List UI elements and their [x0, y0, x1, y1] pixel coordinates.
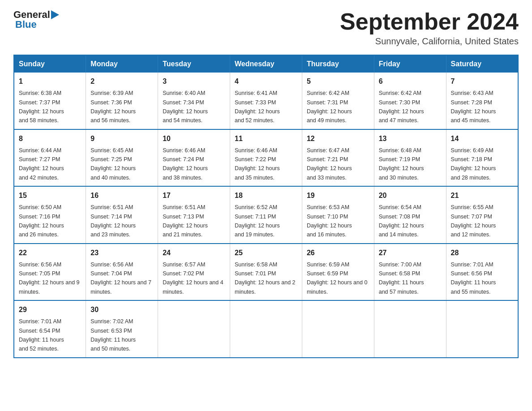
day-number: 29	[19, 304, 81, 315]
day-number: 27	[379, 248, 442, 258]
day-info: Sunrise: 6:57 AMSunset: 7:02 PMDaylight:…	[163, 261, 223, 295]
day-info: Sunrise: 6:56 AMSunset: 7:04 PMDaylight:…	[90, 261, 151, 295]
day-number: 17	[163, 190, 225, 201]
header-saturday: Saturday	[446, 55, 518, 73]
calendar-cell: 19Sunrise: 6:53 AMSunset: 7:10 PMDayligh…	[302, 186, 374, 244]
calendar-cell: 28Sunrise: 7:01 AMSunset: 6:56 PMDayligh…	[446, 244, 518, 301]
calendar-subtitle: Sunnyvale, California, United States	[340, 36, 519, 47]
day-number: 20	[379, 190, 442, 201]
calendar-header-row: SundayMondayTuesdayWednesdayThursdayFrid…	[14, 55, 518, 73]
calendar-cell: 13Sunrise: 6:48 AMSunset: 7:19 PMDayligh…	[374, 129, 446, 187]
day-info: Sunrise: 6:54 AMSunset: 7:08 PMDaylight:…	[379, 204, 424, 238]
day-number: 1	[19, 76, 81, 87]
day-info: Sunrise: 6:51 AMSunset: 7:13 PMDaylight:…	[163, 204, 208, 238]
day-info: Sunrise: 6:51 AMSunset: 7:14 PMDaylight:…	[90, 204, 136, 238]
day-info: Sunrise: 6:46 AMSunset: 7:22 PMDaylight:…	[235, 147, 280, 181]
calendar-cell: 27Sunrise: 7:00 AMSunset: 6:58 PMDayligh…	[374, 244, 446, 301]
day-number: 3	[163, 76, 225, 87]
day-info: Sunrise: 6:40 AMSunset: 7:34 PMDaylight:…	[163, 90, 208, 124]
day-info: Sunrise: 6:38 AMSunset: 7:37 PMDaylight:…	[19, 90, 64, 124]
calendar-cell	[230, 300, 302, 358]
header-wednesday: Wednesday	[230, 55, 302, 73]
day-number: 21	[451, 190, 513, 201]
logo-flag-icon	[51, 10, 60, 20]
day-number: 24	[163, 248, 225, 258]
calendar-cell: 24Sunrise: 6:57 AMSunset: 7:02 PMDayligh…	[158, 244, 230, 301]
logo: General Blue	[13, 9, 60, 30]
day-number: 6	[379, 76, 442, 87]
header-sunday: Sunday	[14, 55, 86, 73]
calendar-cell: 12Sunrise: 6:47 AMSunset: 7:21 PMDayligh…	[302, 129, 374, 187]
header-friday: Friday	[374, 55, 446, 73]
day-info: Sunrise: 6:55 AMSunset: 7:07 PMDaylight:…	[451, 204, 496, 238]
day-info: Sunrise: 6:47 AMSunset: 7:21 PMDaylight:…	[307, 147, 352, 181]
day-info: Sunrise: 6:41 AMSunset: 7:33 PMDaylight:…	[235, 90, 280, 124]
calendar-week-row: 8Sunrise: 6:44 AMSunset: 7:27 PMDaylight…	[14, 129, 518, 187]
day-number: 26	[307, 248, 369, 258]
day-info: Sunrise: 6:49 AMSunset: 7:18 PMDaylight:…	[451, 147, 496, 181]
day-number: 16	[90, 190, 153, 201]
calendar-cell: 30Sunrise: 7:02 AMSunset: 6:53 PMDayligh…	[86, 300, 158, 358]
day-number: 8	[19, 133, 81, 144]
calendar-cell: 20Sunrise: 6:54 AMSunset: 7:08 PMDayligh…	[374, 186, 446, 244]
day-number: 23	[90, 248, 153, 258]
calendar-cell: 14Sunrise: 6:49 AMSunset: 7:18 PMDayligh…	[446, 129, 518, 187]
calendar-cell: 15Sunrise: 6:50 AMSunset: 7:16 PMDayligh…	[14, 186, 86, 244]
page-header: General Blue September 2024 Sunnyvale, C…	[13, 9, 519, 47]
calendar-cell	[446, 300, 518, 358]
day-number: 15	[19, 190, 81, 201]
day-number: 12	[307, 133, 369, 144]
title-area: September 2024 Sunnyvale, California, Un…	[340, 9, 519, 47]
calendar-cell: 8Sunrise: 6:44 AMSunset: 7:27 PMDaylight…	[14, 129, 86, 187]
calendar-cell: 10Sunrise: 6:46 AMSunset: 7:24 PMDayligh…	[158, 129, 230, 187]
day-info: Sunrise: 6:43 AMSunset: 7:28 PMDaylight:…	[451, 90, 496, 124]
day-info: Sunrise: 6:42 AMSunset: 7:31 PMDaylight:…	[307, 90, 352, 124]
day-number: 28	[451, 248, 513, 258]
header-tuesday: Tuesday	[158, 55, 230, 73]
header-monday: Monday	[86, 55, 158, 73]
day-number: 19	[307, 190, 369, 201]
day-info: Sunrise: 6:48 AMSunset: 7:19 PMDaylight:…	[379, 147, 424, 181]
day-info: Sunrise: 7:00 AMSunset: 6:58 PMDaylight:…	[379, 261, 424, 295]
day-info: Sunrise: 6:52 AMSunset: 7:11 PMDaylight:…	[235, 204, 280, 238]
day-number: 22	[19, 248, 81, 258]
calendar-cell: 7Sunrise: 6:43 AMSunset: 7:28 PMDaylight…	[446, 73, 518, 129]
calendar-week-row: 15Sunrise: 6:50 AMSunset: 7:16 PMDayligh…	[14, 186, 518, 244]
calendar-cell	[158, 300, 230, 358]
header-thursday: Thursday	[302, 55, 374, 73]
day-number: 25	[235, 248, 297, 258]
day-info: Sunrise: 7:01 AMSunset: 6:54 PMDaylight:…	[19, 318, 64, 352]
calendar-cell: 4Sunrise: 6:41 AMSunset: 7:33 PMDaylight…	[230, 73, 302, 129]
day-number: 7	[451, 76, 513, 87]
day-info: Sunrise: 7:01 AMSunset: 6:56 PMDaylight:…	[451, 261, 496, 295]
day-number: 14	[451, 133, 513, 144]
calendar-cell: 6Sunrise: 6:42 AMSunset: 7:30 PMDaylight…	[374, 73, 446, 129]
day-info: Sunrise: 6:46 AMSunset: 7:24 PMDaylight:…	[163, 147, 208, 181]
day-number: 11	[235, 133, 297, 144]
day-info: Sunrise: 7:02 AMSunset: 6:53 PMDaylight:…	[90, 318, 136, 352]
calendar-week-row: 1Sunrise: 6:38 AMSunset: 7:37 PMDaylight…	[14, 73, 518, 129]
day-number: 2	[90, 76, 153, 87]
logo-blue-text: Blue	[15, 19, 37, 30]
day-info: Sunrise: 6:53 AMSunset: 7:10 PMDaylight:…	[307, 204, 352, 238]
calendar-table: SundayMondayTuesdayWednesdayThursdayFrid…	[13, 55, 519, 358]
calendar-cell: 9Sunrise: 6:45 AMSunset: 7:25 PMDaylight…	[86, 129, 158, 187]
day-number: 18	[235, 190, 297, 201]
svg-marker-0	[51, 10, 59, 19]
day-number: 4	[235, 76, 297, 87]
calendar-cell: 11Sunrise: 6:46 AMSunset: 7:22 PMDayligh…	[230, 129, 302, 187]
day-number: 13	[379, 133, 442, 144]
calendar-week-row: 29Sunrise: 7:01 AMSunset: 6:54 PMDayligh…	[14, 300, 518, 358]
calendar-cell: 23Sunrise: 6:56 AMSunset: 7:04 PMDayligh…	[86, 244, 158, 301]
calendar-title: September 2024	[340, 9, 519, 34]
calendar-cell: 3Sunrise: 6:40 AMSunset: 7:34 PMDaylight…	[158, 73, 230, 129]
day-info: Sunrise: 6:45 AMSunset: 7:25 PMDaylight:…	[90, 147, 136, 181]
calendar-cell: 21Sunrise: 6:55 AMSunset: 7:07 PMDayligh…	[446, 186, 518, 244]
day-info: Sunrise: 6:59 AMSunset: 6:59 PMDaylight:…	[307, 261, 368, 295]
day-number: 30	[90, 304, 153, 315]
calendar-cell: 16Sunrise: 6:51 AMSunset: 7:14 PMDayligh…	[86, 186, 158, 244]
calendar-week-row: 22Sunrise: 6:56 AMSunset: 7:05 PMDayligh…	[14, 244, 518, 301]
day-number: 10	[163, 133, 225, 144]
calendar-cell: 5Sunrise: 6:42 AMSunset: 7:31 PMDaylight…	[302, 73, 374, 129]
calendar-cell: 1Sunrise: 6:38 AMSunset: 7:37 PMDaylight…	[14, 73, 86, 129]
